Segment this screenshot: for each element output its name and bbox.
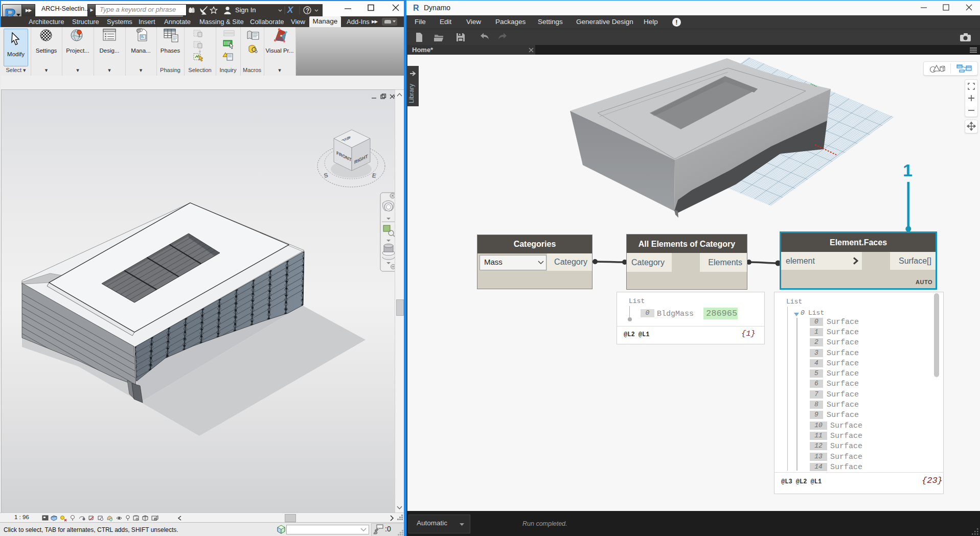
svg-text:1: 1	[903, 160, 913, 180]
svg-text:E: E	[372, 172, 377, 179]
svg-text:X: X	[287, 5, 294, 15]
svg-text:R: R	[413, 4, 419, 12]
svg-text:Sign In: Sign In	[235, 6, 256, 14]
svg-text:?: ?	[306, 7, 309, 14]
svg-text:S: S	[323, 172, 329, 179]
